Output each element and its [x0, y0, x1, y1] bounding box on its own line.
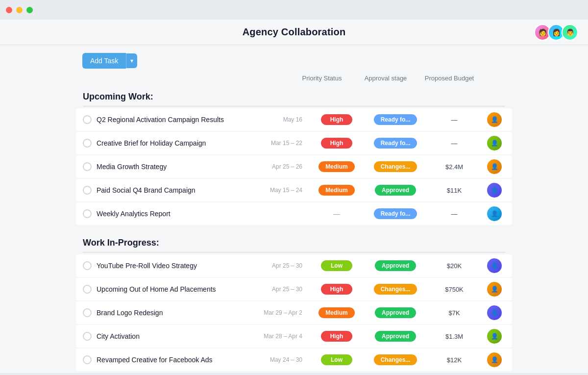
task-assignee-cell: 👤	[484, 112, 505, 127]
collaborator-avatars: 🧑 👩 👨	[534, 24, 578, 41]
task-date: May 15 – 24	[253, 187, 302, 194]
approval-badge[interactable]: Ready fo...	[374, 138, 417, 149]
task-checkbox[interactable]	[83, 186, 92, 195]
task-approval-cell: Approved	[366, 185, 425, 196]
task-approval-cell: Ready fo...	[366, 114, 425, 125]
task-priority-cell: Low	[307, 354, 366, 365]
task-budget-cell: $1.3M	[425, 333, 484, 340]
task-name: Upcoming Out of Home Ad Placements	[97, 285, 253, 293]
task-budget-cell: —	[425, 116, 484, 124]
priority-badge[interactable]: High	[321, 284, 352, 295]
task-assignee-avatar[interactable]: 👤	[487, 112, 502, 127]
task-assignee-cell: 👤	[484, 282, 505, 297]
priority-empty: —	[333, 210, 340, 218]
section-divider-in-progress	[83, 252, 505, 252]
task-name: Paid Social Q4 Brand Campaign	[97, 186, 253, 194]
task-budget-cell: $11K	[425, 187, 484, 194]
add-task-dropdown-button[interactable]: ▾	[126, 53, 137, 68]
task-assignee-cell: 👤	[484, 258, 505, 273]
task-budget-cell: —	[425, 210, 484, 218]
task-budget-cell: $12K	[425, 356, 484, 364]
add-task-button[interactable]: Add Task	[82, 53, 126, 69]
approval-badge[interactable]: Approved	[375, 185, 416, 196]
task-assignee-cell: 👤	[484, 159, 505, 174]
toolbar: Add Task ▾	[0, 45, 588, 75]
task-name: YouTube Pre-Roll Video Strategy	[97, 262, 253, 270]
section-title-upcoming: Upcoming Work:	[76, 86, 512, 106]
priority-badge[interactable]: High	[321, 114, 352, 125]
maximize-button[interactable]	[26, 7, 33, 13]
task-assignee-avatar[interactable]: 👤	[487, 305, 502, 320]
task-assignee-avatar[interactable]: 👤	[487, 136, 502, 150]
priority-badge[interactable]: Medium	[318, 185, 354, 196]
task-priority-cell: Medium	[307, 185, 366, 196]
task-checkbox[interactable]	[83, 332, 92, 341]
priority-badge[interactable]: High	[321, 331, 352, 342]
task-assignee-avatar[interactable]: 👤	[487, 183, 502, 198]
task-assignee-avatar[interactable]: 👤	[487, 206, 502, 221]
task-approval-cell: Approved	[366, 260, 425, 271]
task-checkbox[interactable]	[83, 162, 92, 171]
task-priority-cell: High	[307, 331, 366, 342]
task-priority-cell: Medium	[307, 307, 366, 318]
task-name: Brand Logo Redesign	[97, 309, 253, 317]
task-approval-cell: Approved	[366, 307, 425, 318]
close-button[interactable]	[6, 7, 12, 13]
avatar-user3[interactable]: 👨	[562, 24, 578, 41]
approval-badge[interactable]: Changes...	[374, 284, 417, 295]
task-row: Media Growth StrategyApr 25 – 26MediumCh…	[76, 155, 512, 178]
task-priority-cell: —	[307, 210, 366, 218]
approval-badge[interactable]: Ready fo...	[374, 114, 417, 125]
task-checkbox[interactable]	[83, 261, 92, 270]
task-priority-cell: High	[307, 114, 366, 125]
task-checkbox[interactable]	[83, 308, 92, 317]
task-row: Paid Social Q4 Brand CampaignMay 15 – 24…	[76, 179, 512, 201]
minimize-button[interactable]	[16, 7, 23, 13]
approval-badge[interactable]: Approved	[375, 331, 416, 342]
priority-badge[interactable]: Low	[321, 260, 352, 271]
priority-badge[interactable]: Low	[321, 354, 352, 365]
task-row: Weekly Analytics Report—Ready fo...—👤	[76, 202, 512, 225]
task-name: Creative Brief for Holiday Campaign	[97, 139, 253, 147]
task-assignee-avatar[interactable]: 👤	[487, 329, 502, 344]
task-approval-cell: Changes...	[366, 354, 425, 365]
task-name: Revamped Creative for Facebook Ads	[97, 356, 253, 364]
task-date: May 16	[253, 116, 302, 123]
priority-badge[interactable]: High	[321, 138, 352, 149]
task-sections: Upcoming Work:Q2 Regional Activation Cam…	[0, 86, 588, 373]
col-header-budget: Proposed Budget	[417, 75, 481, 82]
task-row: Q2 Regional Activation Campaign ResultsM…	[76, 108, 512, 131]
task-assignee-cell: 👤	[484, 352, 505, 367]
task-row: Revamped Creative for Facebook AdsMay 24…	[76, 349, 512, 371]
approval-badge[interactable]: Approved	[375, 307, 416, 318]
task-assignee-avatar[interactable]: 👤	[487, 258, 502, 273]
task-row: Creative Brief for Holiday CampaignMar 1…	[76, 132, 512, 154]
task-approval-cell: Ready fo...	[366, 138, 425, 149]
task-checkbox[interactable]	[83, 355, 92, 364]
priority-badge[interactable]: Medium	[318, 161, 354, 172]
approval-badge[interactable]: Approved	[375, 260, 416, 271]
task-checkbox[interactable]	[83, 285, 92, 294]
priority-badge[interactable]: Medium	[318, 307, 354, 318]
titlebar	[0, 0, 588, 20]
task-budget-cell: —	[425, 140, 484, 147]
task-row: Brand Logo RedesignMar 29 – Apr 2MediumA…	[76, 301, 512, 324]
task-budget-cell: $2.4M	[425, 163, 484, 171]
task-assignee-avatar[interactable]: 👤	[487, 159, 502, 174]
task-checkbox[interactable]	[83, 209, 92, 218]
task-assignee-avatar[interactable]: 👤	[487, 282, 502, 297]
task-priority-cell: High	[307, 138, 366, 149]
approval-badge[interactable]: Changes...	[374, 161, 417, 172]
task-budget-cell: $7K	[425, 309, 484, 317]
task-approval-cell: Changes...	[366, 161, 425, 172]
task-date: Apr 25 – 30	[253, 286, 302, 293]
task-name: Q2 Regional Activation Campaign Results	[97, 116, 253, 124]
approval-badge[interactable]: Changes...	[374, 354, 417, 365]
task-assignee-avatar[interactable]: 👤	[487, 352, 502, 367]
approval-badge[interactable]: Ready fo...	[374, 208, 417, 219]
task-checkbox[interactable]	[83, 115, 92, 124]
task-name: Media Growth Strategy	[97, 163, 253, 171]
task-checkbox[interactable]	[83, 139, 92, 148]
section-divider-upcoming	[83, 106, 505, 106]
task-assignee-cell: 👤	[484, 305, 505, 320]
